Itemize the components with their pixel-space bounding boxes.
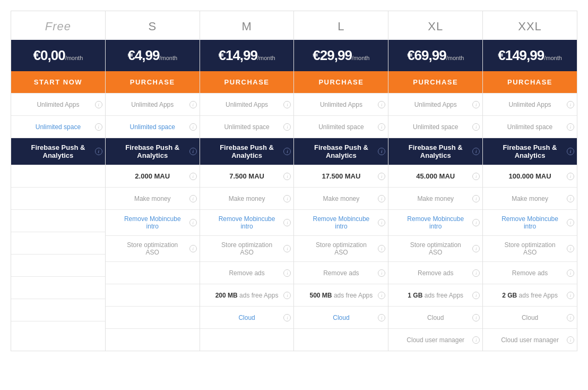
info-icon-xl-4[interactable]: i — [472, 195, 480, 202]
price-period-s: /month — [159, 55, 177, 61]
info-icon-m-7[interactable]: i — [283, 269, 291, 277]
info-icon-xxl-1[interactable]: i — [567, 123, 574, 131]
feature-row-xl-8: 1 GB ads free Appsi — [388, 284, 482, 306]
info-icon-xxl-0[interactable]: i — [567, 101, 574, 108]
info-icon-l-5[interactable]: i — [378, 219, 385, 226]
info-icon-xl-8[interactable]: i — [472, 292, 480, 299]
feature-text-m-9: Cloud — [238, 314, 255, 321]
plan-name-free: Free — [11, 11, 105, 40]
info-icon-xxl-3[interactable]: i — [567, 173, 574, 180]
feature-row-s-3: 2.000 MAUi — [106, 165, 200, 187]
info-icon-xxl-5[interactable]: i — [567, 219, 574, 226]
info-icon-s-6[interactable]: i — [189, 245, 197, 252]
feature-row-s-6: Store optimization ASOi — [106, 235, 200, 261]
feature-row-l-7: Remove adsi — [294, 261, 388, 284]
info-icon-m-8[interactable]: i — [283, 292, 291, 299]
info-icon-s-1[interactable]: i — [189, 123, 197, 131]
info-icon-xxl-8[interactable]: i — [567, 292, 574, 299]
info-icon-xl-2[interactable]: i — [472, 148, 480, 155]
info-icon-free-2[interactable]: i — [95, 148, 102, 155]
info-icon-xl-9[interactable]: i — [472, 314, 480, 321]
info-icon-l-8[interactable]: i — [378, 292, 385, 299]
info-icon-l-4[interactable]: i — [378, 195, 385, 202]
feature-row-m-0: Unlimited Appsi — [200, 93, 294, 115]
cta-button-m[interactable]: PURCHASE — [200, 71, 294, 93]
plan-col-m: M€14,99/monthPURCHASEUnlimited AppsiUnli… — [200, 11, 295, 351]
feature-row-s-10 — [106, 328, 200, 351]
info-icon-xxl-2[interactable]: i — [567, 148, 574, 155]
feature-row-l-5: Remove Mobincube introi — [294, 209, 388, 235]
info-icon-m-3[interactable]: i — [283, 173, 291, 180]
plan-col-xxl: XXL€149,99/monthPURCHASEUnlimited AppsiU… — [483, 11, 577, 351]
info-icon-s-0[interactable]: i — [189, 101, 197, 108]
info-icon-l-2[interactable]: i — [378, 148, 385, 155]
info-icon-l-9[interactable]: i — [378, 314, 385, 321]
cta-button-free[interactable]: START NOW — [11, 71, 105, 93]
info-icon-xxl-7[interactable]: i — [567, 269, 574, 277]
info-icon-l-1[interactable]: i — [378, 123, 385, 131]
info-icon-free-0[interactable]: i — [95, 101, 102, 108]
feature-text-l-0: Unlimited Apps — [320, 101, 362, 108]
feature-text-l-7: Remove ads — [323, 269, 359, 277]
info-icon-xxl-4[interactable]: i — [567, 195, 574, 202]
info-icon-xl-0[interactable]: i — [472, 101, 480, 108]
feature-text-s-1: Unlimited space — [130, 123, 175, 131]
feature-row-free-3 — [11, 165, 105, 187]
info-icon-xl-1[interactable]: i — [472, 123, 480, 131]
info-icon-xl-7[interactable]: i — [472, 269, 480, 277]
info-icon-m-1[interactable]: i — [283, 123, 291, 131]
info-icon-xxl-6[interactable]: i — [567, 245, 574, 252]
feature-row-xl-0: Unlimited Appsi — [388, 93, 482, 115]
feature-text-xxl-8: 2 GB ads free Apps — [502, 292, 558, 299]
info-icon-l-6[interactable]: i — [378, 245, 385, 252]
feature-text-xl-9: Cloud — [427, 314, 444, 321]
info-icon-xxl-10[interactable]: i — [567, 336, 574, 344]
info-icon-m-2[interactable]: i — [283, 148, 291, 155]
feature-text-xl-3: 45.000 MAU — [416, 172, 455, 180]
cta-button-xl[interactable]: PURCHASE — [388, 71, 482, 93]
feature-row-s-9 — [106, 306, 200, 328]
price-box-xxl: €149,99/month — [483, 40, 577, 71]
feature-row-s-8 — [106, 284, 200, 306]
info-icon-s-5[interactable]: i — [189, 219, 197, 226]
feature-text-xl-7: Remove ads — [418, 269, 453, 277]
info-icon-free-1[interactable]: i — [95, 123, 102, 131]
feature-row-xxl-9: Cloudi — [483, 306, 577, 328]
info-icon-xxl-9[interactable]: i — [567, 314, 574, 321]
feature-text-xl-6: Store optimization ASO — [410, 241, 461, 256]
feature-row-l-9: Cloudi — [294, 306, 388, 328]
info-icon-l-7[interactable]: i — [378, 269, 385, 277]
info-icon-xl-6[interactable]: i — [472, 245, 480, 252]
info-icon-s-3[interactable]: i — [189, 173, 197, 180]
info-icon-m-5[interactable]: i — [283, 219, 291, 226]
feature-row-l-6: Store optimization ASOi — [294, 235, 388, 261]
cta-button-xxl[interactable]: PURCHASE — [483, 71, 577, 93]
price-period-xxl: /month — [544, 55, 562, 61]
info-icon-s-2[interactable]: i — [189, 148, 197, 155]
feature-row-xl-7: Remove adsi — [388, 261, 482, 284]
feature-row-xl-4: Make moneyi — [388, 187, 482, 209]
feature-text-m-5: Remove Mobincube intro — [219, 215, 275, 230]
plan-col-free: Free€0,00/monthSTART NOWUnlimited AppsiU… — [11, 11, 106, 351]
feature-text-l-4: Make money — [323, 195, 360, 202]
info-icon-l-0[interactable]: i — [378, 101, 385, 108]
info-icon-l-3[interactable]: i — [378, 173, 385, 180]
info-icon-m-6[interactable]: i — [283, 245, 291, 252]
info-icon-m-4[interactable]: i — [283, 195, 291, 202]
info-icon-xl-5[interactable]: i — [472, 219, 480, 226]
cta-button-l[interactable]: PURCHASE — [294, 71, 388, 93]
feature-text-free-1: Unlimited space — [36, 123, 81, 131]
plan-name-l: L — [294, 11, 388, 40]
info-icon-s-4[interactable]: i — [189, 195, 197, 202]
plan-name-xl: XL — [388, 11, 482, 40]
feature-text-s-6: Store optimization ASO — [127, 241, 178, 256]
feature-row-free-5 — [11, 209, 105, 232]
info-icon-m-0[interactable]: i — [283, 101, 291, 108]
info-icon-xl-3[interactable]: i — [472, 173, 480, 180]
info-icon-m-9[interactable]: i — [283, 314, 291, 321]
feature-row-xxl-3: 100.000 MAUi — [483, 165, 577, 187]
cta-button-s[interactable]: PURCHASE — [106, 71, 200, 93]
feature-row-free-7 — [11, 254, 105, 276]
features-list-xxl: Unlimited AppsiUnlimited spaceiFirebase … — [483, 93, 577, 351]
info-icon-xl-10[interactable]: i — [472, 336, 480, 344]
